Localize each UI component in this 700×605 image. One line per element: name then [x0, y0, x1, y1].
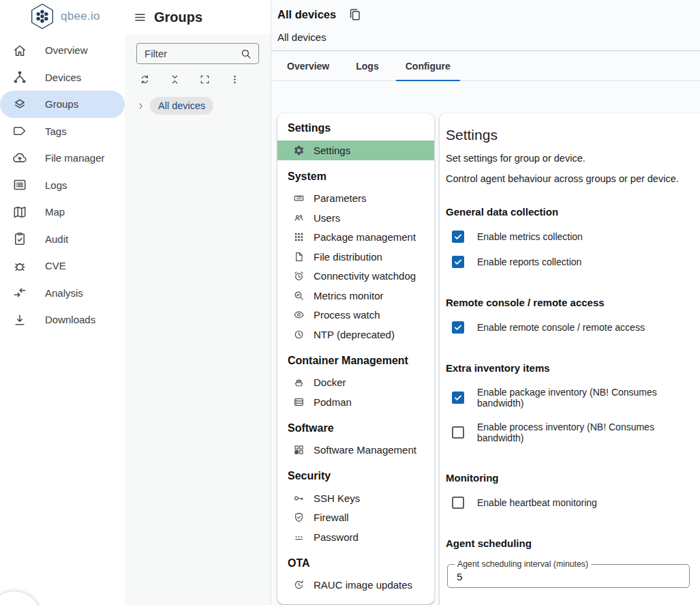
filter-input[interactable] — [144, 48, 240, 59]
groups-panel: Groups All devices — [125, 0, 271, 605]
menu-item-process-watch[interactable]: Process watch — [277, 306, 434, 325]
menu-item-label: RAUC image updates — [314, 579, 412, 591]
section-header: General data collection — [446, 206, 690, 218]
checkbox[interactable] — [452, 426, 464, 439]
settings-menu: Settings Settings System 123ParametersUs… — [277, 113, 434, 595]
users-icon — [293, 212, 305, 224]
menu-section-header: Settings — [277, 113, 434, 141]
menu-item-ntp-deprecated[interactable]: NTP (deprecated) — [277, 325, 434, 344]
tab-logs[interactable]: Logs — [346, 51, 388, 80]
section-header: Extra inventory items — [446, 362, 690, 374]
menu-item-file-distribution[interactable]: File distribution — [277, 247, 434, 267]
menu-item-connectivity-watchdog[interactable]: Connectivity watchdog — [277, 267, 434, 286]
menu-item-label: Docker — [314, 377, 346, 388]
checkbox[interactable] — [452, 231, 464, 243]
menu-section: Container Management DockerPodman — [277, 344, 434, 412]
menu-item-metrics-monitor[interactable]: Metrics monitor — [277, 286, 434, 306]
list-icon — [12, 177, 27, 192]
checkbox-row-enable-package-inventory-nb-consumes-bandwidth[interactable]: Enable package inventory (NB! Consumes b… — [446, 387, 690, 409]
checkbox-row-enable-reports-collection[interactable]: Enable reports collection — [446, 256, 690, 268]
menu-item-label: Parameters — [314, 192, 367, 204]
menu-item-podman[interactable]: Podman — [277, 392, 434, 412]
checkbox[interactable] — [452, 256, 464, 268]
sidebar-item-map[interactable]: Map — [0, 198, 125, 226]
storage-icon — [293, 396, 305, 408]
checkbox[interactable] — [452, 321, 464, 334]
sidebar-item-audit[interactable]: Audit — [0, 226, 125, 253]
sidebar-item-overview[interactable]: Overview — [0, 37, 125, 64]
menu-section-header: Software — [277, 412, 434, 441]
app-root: qbee.io OverviewDevicesGroupsTagsFile ma… — [0, 0, 700, 605]
settings-section: Remote console / remote access Enable re… — [446, 297, 690, 334]
checkbox-label: Enable reports collection — [477, 256, 581, 267]
menu-item-software-management[interactable]: Software Management — [277, 441, 434, 460]
chevron-right-icon — [136, 102, 145, 110]
sidebar-item-cve[interactable]: CVE — [0, 252, 125, 280]
shield-check-icon — [293, 512, 305, 523]
menu-item-parameters[interactable]: 123Parameters — [277, 189, 434, 209]
menu-item-label: Metrics monitor — [314, 290, 384, 301]
tag-icon — [12, 123, 27, 138]
sidebar-item-groups[interactable]: Groups — [0, 91, 125, 118]
menu-item-password[interactable]: Password — [277, 527, 434, 547]
expand-all-icon — [199, 74, 211, 85]
copy-button[interactable] — [348, 8, 362, 22]
widgets-icon — [293, 444, 305, 456]
settings-section: Extra inventory items Enable package inv… — [446, 362, 690, 443]
sidebar-item-label: Map — [45, 206, 65, 218]
sidebar-item-devices[interactable]: Devices — [0, 64, 125, 91]
expand-all-button[interactable] — [199, 74, 211, 85]
more-options-button[interactable] — [229, 74, 241, 85]
groups-panel-body: All devices — [125, 34, 271, 115]
collapse-all-button[interactable] — [169, 74, 181, 85]
more-vert-icon — [229, 74, 241, 85]
checkbox[interactable] — [452, 392, 464, 404]
download-icon — [12, 312, 27, 327]
groups-panel-title: Groups — [154, 10, 202, 25]
checkbox-row-enable-metrics-collection[interactable]: Enable metrics collection — [446, 231, 690, 243]
checkbox-label: Enable heartbeat monitoring — [477, 497, 597, 508]
search-icon[interactable] — [240, 48, 252, 60]
checkbox-row-enable-heartbeat-monitoring[interactable]: Enable heartbeat monitoring — [446, 497, 690, 509]
sidebar-item-tags[interactable]: Tags — [0, 118, 125, 145]
menu-item-package-management[interactable]: Package management — [277, 228, 434, 248]
refresh-button[interactable] — [139, 74, 151, 85]
tab-configure[interactable]: Configure — [396, 51, 460, 80]
menu-item-users[interactable]: Users — [277, 208, 434, 228]
group-chip[interactable]: All devices — [150, 97, 213, 115]
sidebar-item-label: Downloads — [45, 314, 95, 325]
key-icon — [293, 492, 305, 504]
section-header: Remote console / remote access — [446, 297, 690, 308]
sidebar-item-label: Overview — [45, 44, 88, 56]
menu-item-rauc-image-updates[interactable]: RAUC image updates — [277, 576, 434, 595]
checkbox[interactable] — [452, 497, 464, 509]
menu-item-label: NTP (deprecated) — [314, 329, 395, 340]
tab-overview[interactable]: Overview — [277, 51, 339, 80]
menu-item-label: Settings — [314, 145, 350, 156]
sidebar-item-label: CVE — [45, 260, 66, 271]
settings-menu-card: Settings Settings System 123ParametersUs… — [277, 113, 434, 604]
sidebar-item-file-manager[interactable]: File manager — [0, 145, 125, 172]
menu-item-label: Process watch — [314, 309, 380, 321]
page-title: All devices — [277, 8, 336, 21]
menu-section-header: Container Management — [277, 344, 434, 373]
menu-item-firewall[interactable]: Firewall — [277, 508, 434, 528]
menu-item-settings[interactable]: Settings — [277, 141, 434, 160]
menu-item-label: Users — [314, 212, 340, 224]
tree-expand-toggle[interactable] — [136, 102, 145, 110]
brand-logo[interactable]: qbee.io — [0, 0, 125, 32]
menu-item-label: Software Management — [314, 444, 416, 456]
menu-item-docker[interactable]: Docker — [277, 373, 434, 393]
menu-item-ssh-keys[interactable]: SSH Keys — [277, 488, 434, 508]
menu-item-label: Podman — [314, 396, 352, 408]
menu-item-label: Package management — [314, 231, 416, 243]
hamburger-menu-button[interactable] — [134, 11, 147, 24]
settings-section: Monitoring Enable heartbeat monitoring — [446, 472, 690, 509]
sidebar-item-downloads[interactable]: Downloads — [0, 306, 125, 334]
checkbox-row-enable-remote-console-remote-access[interactable]: Enable remote console / remote access — [446, 321, 690, 334]
menu-section-header: Security — [277, 460, 434, 488]
menu-section-header: OTA — [277, 547, 434, 576]
sidebar-item-analysis[interactable]: Analysis — [0, 280, 125, 307]
sidebar-item-logs[interactable]: Logs — [0, 172, 125, 199]
checkbox-row-enable-process-inventory-nb-consumes-bandwidth[interactable]: Enable process inventory (NB! Consumes b… — [446, 422, 690, 443]
